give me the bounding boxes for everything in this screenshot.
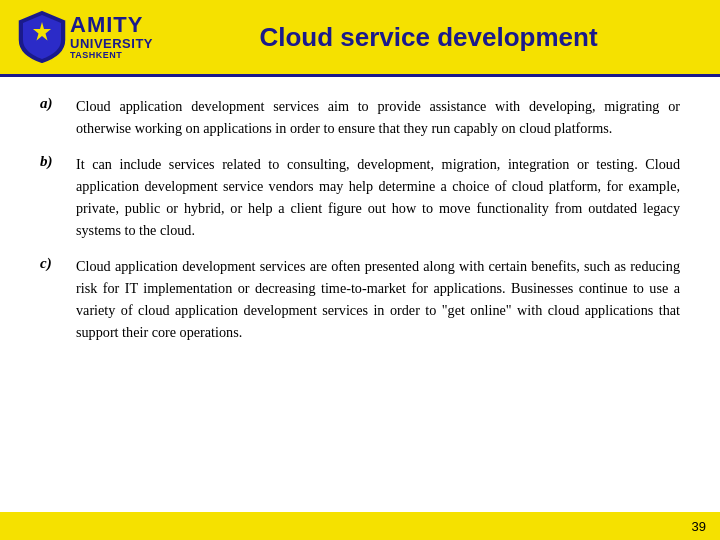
logo-amity: AMITY [70, 13, 153, 37]
logo-shield-icon [16, 8, 68, 66]
page-number: 39 [692, 519, 706, 534]
slide: AMITY UNIVERSITY TASHKENT Cloud service … [0, 0, 720, 540]
list-item-b: b) It can include services related to co… [40, 153, 680, 241]
list-label-b: b) [40, 153, 76, 170]
header: AMITY UNIVERSITY TASHKENT Cloud service … [0, 0, 720, 74]
list-label-c: c) [40, 255, 76, 272]
list-label-a: a) [40, 95, 76, 112]
list-text-b: It can include services related to consu… [76, 153, 680, 241]
list-text-a: Cloud application development services a… [76, 95, 680, 139]
list-text-c: Cloud application development services a… [76, 255, 680, 343]
logo-text: AMITY UNIVERSITY TASHKENT [70, 13, 153, 61]
footer: 39 [0, 512, 720, 540]
list-item-a: a) Cloud application development service… [40, 95, 680, 139]
content-area: a) Cloud application development service… [0, 77, 720, 512]
logo-tashkent: TASHKENT [70, 51, 153, 61]
logo-university: UNIVERSITY [70, 37, 153, 51]
logo-area: AMITY UNIVERSITY TASHKENT [16, 8, 153, 66]
header-title: Cloud service development [153, 22, 704, 53]
list-item-c: c) Cloud application development service… [40, 255, 680, 343]
